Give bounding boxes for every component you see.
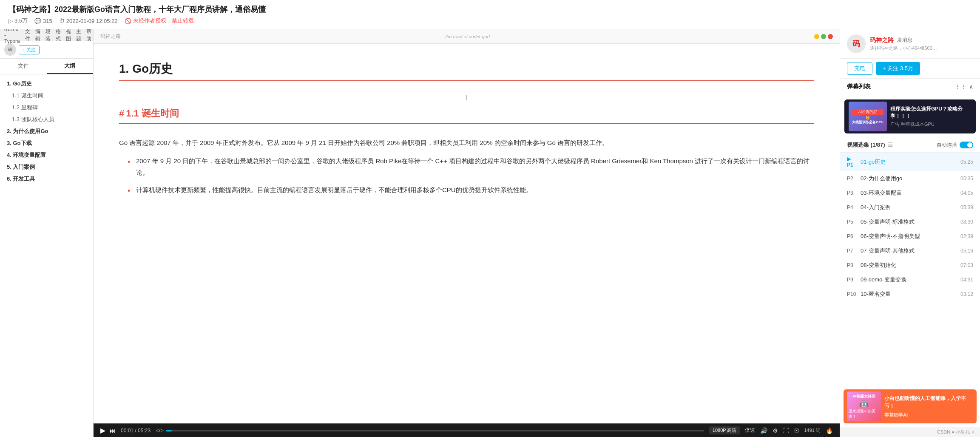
code-icon: </> (156, 427, 164, 434)
bottom-icons: 🔥 (826, 427, 833, 434)
ep-duration-p1: 05:25 (960, 159, 973, 165)
h1-divider (119, 80, 814, 81)
outline-item-dev-tools[interactable]: 6. 开发工具 (0, 173, 93, 185)
typora-header: 01.md - Typora 文件 编辑 段落 格式 视图 主题 帮助 (0, 29, 93, 41)
menu-help[interactable]: 帮助 (86, 29, 91, 43)
settings-icon[interactable]: ⚙ (773, 427, 778, 434)
action-buttons: 充电 + 关注 3.5万 (840, 59, 980, 79)
ep-title-p7: 07-变量声明-其他格式 (861, 247, 957, 255)
danmu-title: 弹幕列表 (847, 83, 871, 91)
playlist-item-p6[interactable]: P6 06-变量声明-不指明类型 02:39 (840, 229, 980, 244)
h2-title: #1.1 诞生时间 (119, 107, 814, 120)
ad-sub-1: 广告 种草低成本GPU (890, 121, 971, 128)
playlist-item-p10[interactable]: P10 10-匿名变量 03:12 (840, 287, 980, 301)
tab-outline[interactable]: 大纲 (47, 59, 94, 74)
outline-item-intro-case[interactable]: 5. 入门案例 (0, 161, 93, 173)
ad-banner-1[interactable]: AI才真的好 🐱 大模型训练必备GPU 程序实验怎么选择GPU？攻略分享！！！ … (844, 99, 976, 133)
tab-file[interactable]: 文件 (0, 59, 47, 74)
video-meta: ▷ 3.5万 💬 315 ⏱ 2022-01-09 12:05:22 🚫 未经作… (9, 17, 971, 25)
close-button[interactable] (828, 34, 833, 39)
quality-button[interactable]: 1080P 高清 (709, 426, 740, 434)
danmu-controls: ⋮⋮ ∧ (954, 83, 973, 90)
ep-num-p6: P6 (847, 233, 857, 239)
typora-menu: 文件 编辑 段落 格式 视图 主题 帮助 (25, 29, 91, 43)
auto-play-toggle[interactable]: 自动连播 (937, 142, 973, 149)
menu-file[interactable]: 文件 (25, 29, 30, 43)
copyright-text: 未经作者授权，禁止转载 (133, 17, 194, 25)
outline-item-birth-time[interactable]: 1.1 诞生时间 (0, 90, 93, 102)
danmu-collapse-icon[interactable]: ∧ (969, 83, 973, 90)
brand-text: 码神之路 (100, 33, 121, 40)
clock-icon: ⏱ (59, 18, 65, 24)
fire-icon: 🔥 (826, 427, 833, 434)
ad-banner-2[interactable]: AI智能太好笑 🤖 进来感受AI的厉害！ 小白也能听懂的人工智能课，入学不亏！ … (844, 389, 977, 423)
playlist-item-p1[interactable]: ▶ P1 01-go历史 05:25 (840, 153, 980, 171)
csdn-footer: CSDN ● 小生几 ∧ (840, 427, 980, 437)
main-layout: 01.md - Typora 文件 编辑 段落 格式 视图 主题 帮助 码 + … (0, 29, 980, 437)
ad2-sub: 零基础学AI (884, 411, 970, 419)
playlist-item-p2[interactable]: P2 02-为什么使用go 05:35 (840, 171, 980, 186)
outline-item-team[interactable]: 1.3 团队核心人员 (0, 114, 93, 125)
menu-paragraph[interactable]: 段落 (45, 29, 51, 43)
outline-item-env-config[interactable]: 4. 环境变量配置 (0, 149, 93, 161)
skip-forward-button[interactable]: ⏭ (110, 427, 116, 434)
playlist-item-p7[interactable]: P7 07-变量声明-其他格式 05:16 (840, 244, 980, 258)
ep-title-p3: 03-环境变量配置 (861, 189, 957, 197)
comments-count: 315 (43, 18, 52, 24)
ep-num-p7: P7 (847, 248, 857, 254)
section-birth-time: | #1.1 诞生时间 (119, 94, 814, 124)
playlist-item-p5[interactable]: P5 05-变量声明-标准格式 08:30 (840, 215, 980, 229)
ep-duration-p6: 02:39 (960, 233, 973, 239)
maximize-button[interactable] (821, 34, 826, 39)
fullscreen-icon[interactable]: ⛶ (783, 427, 789, 434)
playlist-item-p4[interactable]: P4 04-入门案例 05:39 (840, 200, 980, 215)
h2-divider (119, 123, 814, 124)
player-controls: ▶ ⏭ (100, 426, 116, 434)
charge-button[interactable]: 充电 (847, 62, 872, 75)
ad2-text: 小白也能听懂的人工智能课，入学不亏！ 零基础学AI (881, 394, 973, 419)
volume-icon[interactable]: 🔊 (760, 427, 767, 434)
outline-item-why-go[interactable]: 2. 为什么使用Go (0, 125, 93, 137)
outline-item-milestones[interactable]: 1.2 里程碑 (0, 102, 93, 114)
comments-meta: 💬 315 (34, 18, 52, 24)
document-content: 1. Go历史 | #1.1 诞生时间 Go 语言起源 2007 年，并于 20… (94, 44, 840, 423)
menu-theme[interactable]: 主题 (76, 29, 81, 43)
outline-item-go-history[interactable]: 1. Go历史 (0, 78, 93, 90)
ep-num-p5: P5 (847, 219, 857, 225)
ep-title-p5: 05-变量声明-标准格式 (861, 218, 957, 226)
menu-view[interactable]: 视图 (66, 29, 71, 43)
danmu-menu-icon[interactable]: ⋮⋮ (954, 83, 966, 90)
slogan-text: the road of coder god (445, 34, 490, 39)
ad2-badge2: 进来感受AI的厉害！ (849, 409, 879, 420)
progress-bar[interactable] (166, 430, 704, 431)
menu-format[interactable]: 格式 (56, 29, 61, 43)
minimize-button[interactable] (814, 34, 819, 39)
menu-edit[interactable]: 编辑 (35, 29, 40, 43)
outline-item-go-download[interactable]: 3. Go下载 (0, 137, 93, 149)
typora-brand-bar: 码神之路 the road of coder god (94, 29, 840, 44)
follow-button-small[interactable]: + 关注 (19, 45, 40, 54)
playlist-list-icon[interactable]: ☰ (888, 142, 893, 148)
player-bar: ▶ ⏭ 00:01 / 05:23 </> 1080P 高清 倍速 🔊 ⚙ ⛶ … (94, 423, 840, 437)
play-button[interactable]: ▶ (100, 426, 105, 434)
ep-duration-p10: 03:12 (960, 291, 973, 297)
pip-icon[interactable]: ⊡ (794, 427, 799, 434)
playlist-item-p9[interactable]: P9 09-demo-变量交换 04:31 (840, 272, 980, 287)
toggle-switch[interactable] (960, 142, 973, 148)
playlist-item-p3[interactable]: P3 03-环境变量配置 04:05 (840, 186, 980, 200)
ad-badge-2: 大模型训练必备GPU (852, 120, 883, 125)
speed-button[interactable]: 倍速 (745, 427, 755, 434)
playlist-items: ▶ P1 01-go历史 05:25 P2 02-为什么使用go 05:35 P… (840, 153, 980, 386)
follow-button[interactable]: + 关注 3.5万 (876, 62, 920, 75)
ad2-title: 小白也能听懂的人工智能课，入学不亏！ (884, 394, 970, 410)
author-section: 码 码神之路 发消息 通往码神之路，小心404和500.... 个人网站 htt… (840, 29, 980, 59)
ep-title-p10: 10-匿名变量 (861, 290, 957, 298)
author-name: 码神之路 (870, 37, 894, 44)
message-link[interactable]: 发消息 (897, 37, 912, 44)
hash-symbol: # (119, 108, 124, 119)
intro-paragraph: Go 语言起源 2007 年，并于 2009 年正式对外发布。它从 2009 年… (119, 137, 814, 148)
playlist-item-p8[interactable]: P8 08-变量初始化 07:03 (840, 258, 980, 272)
bullet-item-2: 计算机硬件技术更新频繁，性能提高很快。目前主流的编程语言发展明显落后于硬件，不能… (128, 184, 814, 196)
date-meta: ⏱ 2022-01-09 12:05:22 (59, 18, 118, 24)
ep-title-p9: 09-demo-变量交换 (861, 276, 957, 284)
